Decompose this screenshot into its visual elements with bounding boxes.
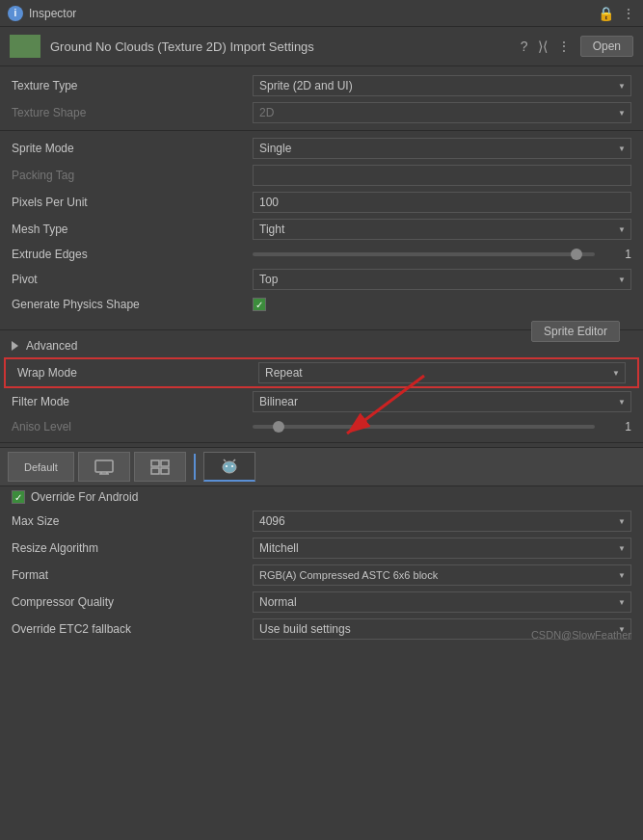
resize-algorithm-row: Resize Algorithm Mitchell (0, 535, 643, 562)
texture-type-row: Texture Type Sprite (2D and UI) (0, 72, 643, 99)
resize-algorithm-dropdown[interactable]: Mitchell (253, 538, 631, 559)
svg-line-13 (224, 459, 226, 461)
pixels-per-unit-input[interactable] (253, 192, 631, 213)
generate-physics-checkbox[interactable]: ✓ (253, 298, 266, 311)
extrude-edges-track[interactable] (253, 252, 595, 256)
texture-type-value[interactable]: Sprite (2D and UI) (253, 75, 631, 96)
tab-default[interactable]: Default (8, 452, 74, 482)
question-icon[interactable]: ? (521, 39, 528, 54)
mesh-type-dropdown[interactable]: Tight (253, 219, 631, 240)
tab-grid[interactable] (134, 452, 186, 482)
tab-android[interactable] (203, 452, 255, 482)
aniso-level-track[interactable] (253, 425, 595, 429)
asset-thumbnail (10, 35, 40, 58)
generate-physics-value: ✓ (253, 298, 631, 311)
platform-tabs: Default (0, 447, 643, 486)
grid-icon (150, 459, 170, 475)
format-dropdown[interactable]: RGB(A) Compressed ASTC 6x6 block (253, 564, 631, 586)
extrude-edges-slider-container: 1 (253, 248, 631, 261)
advanced-toggle[interactable]: Advanced (0, 334, 531, 357)
compressor-quality-value[interactable]: Normal (253, 591, 631, 613)
filter-mode-value[interactable]: Bilinear (253, 391, 631, 412)
watermark: CSDN@SlowFeather (531, 629, 631, 641)
pivot-label: Pivot (12, 273, 253, 286)
mesh-type-value[interactable]: Tight (253, 219, 631, 240)
lock-icon[interactable]: 🔒 (598, 6, 614, 21)
format-label: Format (12, 568, 253, 582)
max-size-label: Max Size (12, 514, 253, 528)
filter-mode-dropdown[interactable]: Bilinear (253, 391, 631, 412)
pivot-row: Pivot Top (0, 266, 643, 293)
sprite-editor-row: Sprite Editor (0, 316, 643, 326)
wrap-mode-dropdown[interactable]: Repeat (258, 362, 626, 383)
title-bar-actions: 🔒 ⋮ (598, 6, 635, 21)
sprite-mode-label: Sprite Mode (12, 142, 253, 155)
packing-tag-value (253, 165, 631, 186)
pixels-per-unit-label: Pixels Per Unit (12, 196, 253, 209)
format-value[interactable]: RGB(A) Compressed ASTC 6x6 block (253, 564, 631, 586)
wrap-mode-label: Wrap Mode (17, 366, 258, 380)
inspector-icon: i (8, 6, 23, 21)
wrap-mode-row: Wrap Mode Repeat (4, 357, 639, 388)
format-row: Format RGB(A) Compressed ASTC 6x6 block (0, 562, 643, 589)
compressor-quality-dropdown[interactable]: Normal (253, 591, 631, 613)
svg-point-12 (231, 465, 233, 467)
extrude-edges-row: Extrude Edges 1 (0, 243, 643, 266)
pivot-dropdown[interactable]: Top (253, 269, 631, 290)
filter-mode-label: Filter Mode (12, 395, 253, 408)
texture-type-label: Texture Type (12, 79, 253, 92)
compressor-quality-row: Compressor Quality Normal (0, 589, 643, 616)
pixels-per-unit-row: Pixels Per Unit (0, 189, 643, 216)
max-size-value[interactable]: 4096 (253, 511, 631, 532)
title-bar: i Inspector 🔒 ⋮ (0, 0, 643, 27)
override-android-row: ✓ Override For Android (0, 486, 643, 508)
mesh-type-row: Mesh Type Tight (0, 216, 643, 243)
texture-shape-row: Texture Shape 2D (0, 99, 643, 126)
mesh-type-label: Mesh Type (12, 223, 253, 236)
monitor-icon (94, 459, 114, 475)
sprite-mode-row: Sprite Mode Single (0, 135, 643, 162)
max-size-dropdown[interactable]: 4096 (253, 511, 631, 532)
aniso-level-row: Aniso Level 1 (0, 415, 643, 438)
sprite-mode-value[interactable]: Single (253, 138, 631, 159)
settings-panel: Texture Type Sprite (2D and UI) Texture … (0, 66, 643, 648)
svg-rect-9 (161, 468, 169, 474)
svg-line-14 (233, 459, 235, 461)
pivot-value[interactable]: Top (253, 269, 631, 290)
override-etc2-label: Override ETC2 fallback (12, 622, 253, 636)
asset-header: Ground No Clouds (Texture 2D) Import Set… (0, 27, 643, 66)
svg-point-10 (223, 461, 236, 473)
open-button[interactable]: Open (580, 36, 633, 57)
settings-icon[interactable]: ⋮ (622, 6, 635, 21)
generate-physics-row: Generate Physics Shape ✓ (0, 293, 643, 316)
sprite-mode-dropdown[interactable]: Single (253, 138, 631, 159)
wrap-mode-value[interactable]: Repeat (258, 362, 626, 383)
max-size-row: Max Size 4096 (0, 508, 643, 535)
tab-monitor[interactable] (78, 452, 130, 482)
android-icon (220, 457, 239, 476)
filter-mode-row: Filter Mode Bilinear (0, 388, 643, 415)
collapse-icon (12, 341, 18, 351)
sprite-editor-button[interactable]: Sprite Editor (531, 321, 620, 342)
resize-algorithm-value[interactable]: Mitchell (253, 538, 631, 559)
asset-title: Ground No Clouds (Texture 2D) Import Set… (50, 39, 521, 54)
extrude-edges-label: Extrude Edges (12, 248, 253, 261)
override-android-label: Override For Android (31, 490, 138, 504)
texture-shape-dropdown: 2D (253, 102, 631, 123)
packing-tag-row: Packing Tag (0, 162, 643, 189)
title-bar-label: Inspector (29, 7, 76, 20)
texture-type-dropdown[interactable]: Sprite (2D and UI) (253, 75, 631, 96)
override-android-checkbox[interactable]: ✓ (12, 490, 25, 504)
svg-rect-2 (95, 460, 113, 472)
pixels-per-unit-input-wrapper[interactable] (253, 192, 631, 213)
advanced-label: Advanced (26, 339, 77, 353)
generate-physics-label: Generate Physics Shape (12, 298, 253, 311)
sliders-icon[interactable]: ⟩⟨ (538, 39, 548, 54)
svg-rect-8 (151, 468, 159, 474)
more-icon[interactable]: ⋮ (557, 39, 571, 54)
aniso-level-label: Aniso Level (12, 420, 253, 433)
aniso-level-slider-container: 1 (253, 420, 631, 433)
resize-algorithm-label: Resize Algorithm (12, 541, 253, 555)
svg-rect-6 (151, 460, 159, 466)
svg-rect-7 (161, 460, 169, 466)
